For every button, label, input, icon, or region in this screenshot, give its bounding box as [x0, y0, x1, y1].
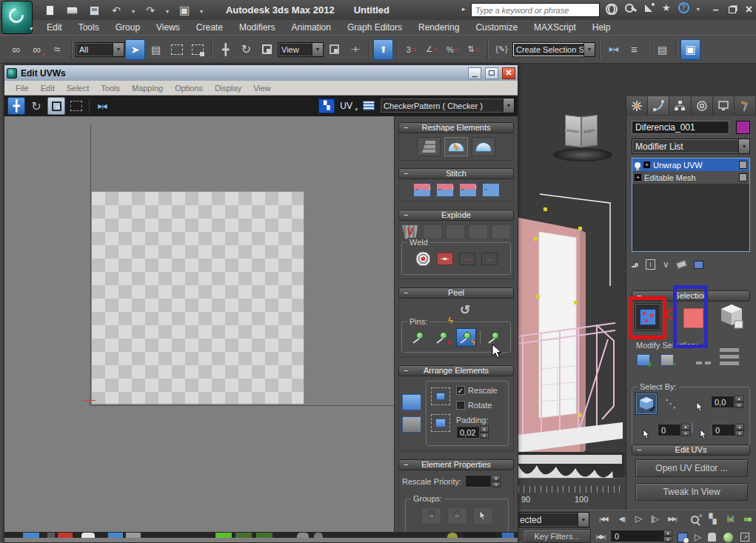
select-and-manipulate-button[interactable] [345, 39, 365, 60]
tab-hierarchy[interactable] [669, 96, 691, 115]
infocenter-collapse-arrow[interactable]: ▸ [462, 5, 466, 13]
uvw-rotate-button[interactable] [27, 97, 45, 115]
rescale-option[interactable]: ✓ Rescale [456, 386, 498, 395]
previous-frame-button[interactable] [614, 512, 630, 525]
undo-dropdown-arrow[interactable] [132, 6, 135, 15]
stitch-header[interactable]: − Stitch [398, 168, 514, 179]
menu-graph-editors[interactable]: Graph Editors [339, 22, 410, 33]
project-dropdown-arrow[interactable] [200, 6, 203, 15]
stitch-all-button[interactable]: ⁗ [482, 183, 500, 197]
explode-by-material-button-disabled[interactable] [492, 224, 511, 239]
menu-customize[interactable]: Customize [467, 22, 526, 33]
uvw-menu-file[interactable]: File [10, 84, 35, 93]
fit-to-edges-button[interactable] [431, 414, 450, 432]
close-button[interactable] [746, 3, 752, 16]
uvw-mirror-button[interactable] [93, 97, 111, 115]
tab-create[interactable] [626, 96, 648, 115]
group-selected-button-disabled[interactable] [421, 507, 441, 524]
3dsmax-logo-menu-button[interactable]: ▾ [1, 1, 33, 34]
menu-views[interactable]: Views [148, 22, 188, 33]
uvw-close-button[interactable]: ✕ [502, 67, 515, 79]
collapse-icon[interactable]: − [404, 460, 408, 470]
clipped-icon[interactable] [108, 533, 123, 538]
pack-normalize-button[interactable] [402, 394, 421, 410]
go-to-end-button[interactable] [664, 512, 680, 525]
viewcube-right-face[interactable]: RIGHT [581, 115, 598, 148]
rectangular-selection-region-button[interactable] [167, 39, 187, 60]
select-by-material-id-button[interactable] [692, 423, 693, 432]
selection-filter-arrow[interactable] [113, 43, 124, 56]
angle-snap-button[interactable]: ∠∩ [422, 39, 442, 60]
show-map-toggle-button[interactable]: ▚ [318, 99, 335, 113]
clipped-icon[interactable] [126, 533, 141, 538]
ignore-backfacing-button[interactable]: ✓ [635, 393, 658, 415]
window-crossing-button[interactable] [187, 39, 207, 60]
uvw-menu-mapping[interactable]: Mapping [126, 84, 169, 93]
select-and-scale-button[interactable] [257, 39, 277, 60]
menu-modifiers[interactable]: Modifiers [231, 22, 284, 33]
select-object-button[interactable]: ➤ [125, 39, 145, 60]
time-configuration-button[interactable] [675, 530, 690, 543]
clipped-icon[interactable] [58, 533, 73, 538]
maximize-viewport-toggle[interactable]: ↗ [738, 530, 752, 543]
tab-display[interactable] [713, 96, 735, 115]
clipped-icon[interactable] [81, 533, 95, 538]
menu-help[interactable]: Help [584, 22, 619, 33]
clipped-icon[interactable] [47, 533, 55, 538]
show-end-result-button[interactable]: I [646, 259, 655, 270]
use-pivot-center-button[interactable] [324, 39, 344, 60]
unlink-selection-button[interactable] [27, 39, 47, 60]
uvw-move-button[interactable] [7, 97, 25, 115]
uvw-scale-button[interactable] [47, 97, 65, 115]
tweak-in-view-button[interactable]: Tweak In View [635, 483, 748, 501]
uv-space-dropdown[interactable]: UV [340, 101, 358, 111]
clipped-icon[interactable] [502, 533, 514, 538]
modifier-list-dropdown[interactable]: Modifier List [632, 139, 750, 154]
straighten-selection-button[interactable] [417, 137, 441, 156]
uvw-menu-tools[interactable]: Tools [95, 84, 126, 93]
menu-rendering[interactable]: Rendering [410, 22, 467, 33]
tab-utilities[interactable] [735, 96, 756, 115]
clipped-icon[interactable] [215, 533, 232, 538]
open-file-button[interactable] [65, 4, 78, 16]
weld-all-button[interactable]: →← [459, 253, 475, 265]
menu-maxscript[interactable]: MAXScript [526, 22, 584, 33]
modifier-enabled-bulb-icon[interactable] [635, 162, 640, 168]
clipped-icon[interactable] [256, 533, 272, 538]
auto-pin-button[interactable] [456, 328, 476, 347]
undo-button[interactable] [110, 4, 123, 16]
next-frame-button[interactable] [646, 512, 663, 525]
go-to-start-button[interactable] [595, 512, 612, 525]
project-toolbar-button[interactable] [178, 4, 191, 16]
named-selection-sets-dropdown[interactable]: Create Selection Se [512, 42, 595, 57]
open-uv-editor-button[interactable]: Open UV Editor ... [635, 459, 748, 477]
menu-edit[interactable]: Edit [39, 22, 70, 33]
stack-row-unwrap-uvw[interactable]: + Unwrap UVW [632, 159, 749, 171]
arrange-elements-header[interactable]: − Arrange Elements [398, 365, 514, 376]
ungroup-selected-button-disabled[interactable] [447, 507, 467, 524]
relax-until-flat-button[interactable] [444, 137, 468, 156]
play-button[interactable] [632, 512, 645, 525]
stitch-custom-button[interactable]: ⁗↓ [413, 183, 431, 197]
padding-spinner[interactable]: 0,02 ▲▼ [456, 426, 489, 439]
uvw-menu-display[interactable]: Display [209, 84, 247, 93]
select-and-rotate-button[interactable] [236, 39, 256, 60]
zoom-region-button[interactable]: ± [687, 513, 702, 526]
render-setup-button[interactable] [680, 39, 700, 60]
subscription-key-icon[interactable] [625, 3, 637, 13]
clipped-icon[interactable] [447, 533, 458, 538]
stitch-to-source-button[interactable]: ⁗↑ [459, 183, 477, 197]
options-list-icon[interactable] [363, 101, 375, 110]
select-by-point-button[interactable] [665, 397, 676, 410]
uvw-minimize-button[interactable]: ▁ [468, 67, 481, 79]
rotate-option[interactable]: Rotate [456, 401, 492, 410]
zoom-extents-all-button[interactable]: ■■ [740, 512, 755, 525]
rescale-checkbox[interactable]: ✓ [456, 386, 465, 395]
named-selection-arrow[interactable] [583, 43, 595, 56]
locomotive-model[interactable] [512, 191, 624, 499]
redo-dropdown-arrow[interactable] [166, 6, 169, 15]
modifier-toggle-box[interactable] [739, 173, 747, 181]
expand-icon[interactable]: + [635, 174, 641, 181]
collapse-icon[interactable]: − [637, 445, 641, 455]
help-dropdown-arrow[interactable] [697, 4, 700, 13]
